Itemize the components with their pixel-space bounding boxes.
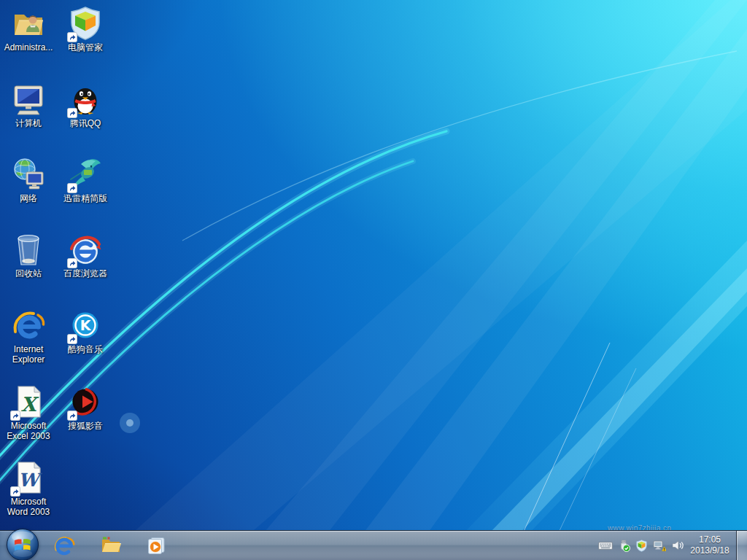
taskbar-media-player-button[interactable]	[137, 532, 175, 559]
svg-text:K: K	[80, 317, 92, 333]
clock-time: 17:05	[699, 534, 721, 545]
shortcut-arrow-icon	[67, 183, 77, 193]
excel-document-icon: X	[11, 384, 46, 419]
usb-safe-remove-icon[interactable]	[618, 540, 630, 552]
icon-label: 计算机	[15, 118, 42, 128]
desktop-icon-sohu-video[interactable]: 搜狐影音	[57, 384, 114, 431]
shortcut-arrow-icon	[67, 32, 77, 42]
qq-penguin-icon	[68, 82, 103, 117]
desktop-icon-network[interactable]: 网络	[0, 157, 57, 203]
icon-label: 电脑管家	[68, 42, 103, 52]
icon-label: Internet Explorer	[0, 344, 57, 365]
show-desktop-button[interactable]	[736, 531, 747, 560]
system-tray	[598, 531, 684, 560]
internet-explorer-icon	[11, 308, 46, 343]
globe-monitor-icon	[11, 157, 46, 192]
desktop-icon-internet-explorer[interactable]: Internet Explorer	[0, 308, 57, 365]
user-folder-icon	[11, 6, 46, 41]
volume-icon[interactable]	[671, 540, 684, 551]
folder-icon	[100, 534, 122, 556]
taskbar-clock[interactable]: 17:05 2013/9/18	[684, 531, 735, 560]
taskbar: 17:05 2013/9/18	[0, 530, 747, 560]
icon-label: 百度浏览器	[63, 268, 107, 279]
clock-date: 2013/9/18	[690, 545, 729, 556]
screen: Administra... 电脑管家	[0, 0, 747, 560]
start-button[interactable]	[6, 528, 39, 560]
icon-label: Microsoft Excel 2003	[0, 421, 57, 441]
shortcut-arrow-icon	[67, 258, 77, 268]
icon-label: 迅雷精简版	[63, 193, 107, 203]
media-player-icon	[145, 534, 167, 556]
desktop-icon-pc-manager[interactable]: 电脑管家	[57, 6, 114, 52]
word-document-icon: W	[11, 460, 46, 495]
desktop-icon-baidu-browser[interactable]: 百度浏览器	[57, 232, 114, 279]
desktop-icon-excel-2003[interactable]: X Microsoft Excel 2003	[0, 384, 57, 441]
kugou-k-icon: K	[68, 308, 103, 343]
shield-cube-icon	[68, 6, 103, 41]
recycle-bin-icon	[11, 232, 46, 267]
icon-label: 搜狐影音	[68, 421, 103, 431]
taskbar-internet-explorer-button[interactable]	[45, 532, 83, 559]
computer-monitor-icon	[11, 82, 46, 117]
desktop-icon-administrator[interactable]: Administra...	[0, 6, 57, 52]
taskbar-windows-explorer-button[interactable]	[92, 532, 130, 559]
icon-label: 腾讯QQ	[70, 118, 101, 128]
shortcut-arrow-icon	[10, 486, 20, 497]
network-warning-icon[interactable]	[653, 539, 666, 552]
icon-label: 网络	[20, 193, 37, 203]
language-keyboard-icon[interactable]	[598, 540, 613, 551]
desktop-icon-thunder-lite[interactable]: 迅雷精简版	[57, 157, 114, 203]
desktop-icon-recycle-bin[interactable]: 回收站	[0, 232, 57, 279]
icon-label: Microsoft Word 2003	[0, 497, 57, 517]
desktop-icon-computer[interactable]: 计算机	[0, 82, 57, 128]
icon-label: Administra...	[4, 42, 53, 52]
desktop-icon-word-2003[interactable]: W Microsoft Word 2003	[0, 460, 57, 517]
internet-explorer-icon	[53, 534, 75, 556]
desktop-icon-tencent-qq[interactable]: 腾讯QQ	[57, 82, 114, 128]
pc-manager-shield-icon[interactable]	[635, 540, 648, 552]
baidu-browser-icon	[68, 232, 103, 267]
sohu-play-icon	[68, 384, 103, 419]
desktop-icon-kugou-music[interactable]: K 酷狗音乐	[57, 308, 114, 354]
shortcut-arrow-icon	[67, 334, 77, 344]
shortcut-arrow-icon	[67, 411, 77, 421]
hummingbird-icon	[68, 157, 103, 192]
icon-label: 回收站	[15, 268, 42, 279]
svg-text:W: W	[18, 470, 42, 491]
windows-logo-icon	[6, 528, 39, 560]
icon-label: 酷狗音乐	[68, 344, 103, 354]
shortcut-arrow-icon	[10, 411, 20, 421]
shortcut-arrow-icon	[67, 108, 77, 118]
